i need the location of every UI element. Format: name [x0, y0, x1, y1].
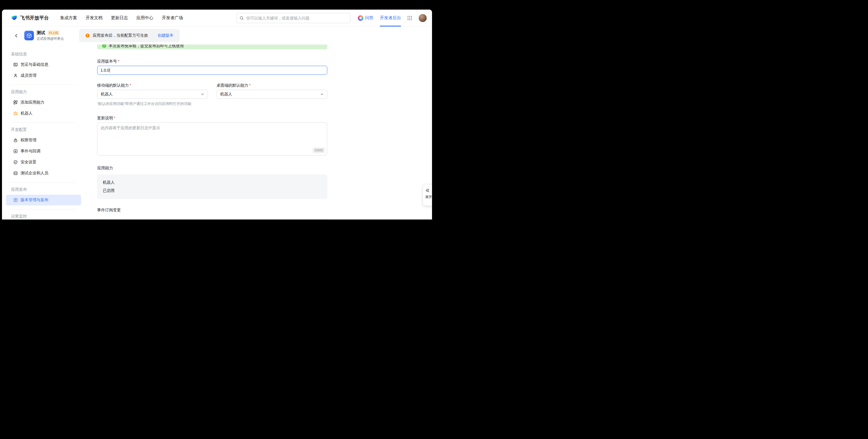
sidebar-divider [11, 182, 76, 182]
app-subtitle: 正式应用@环界云 [37, 36, 64, 41]
status-badge: 待上线 [48, 31, 60, 35]
mobile-capability-label: 移动端的默认能力* [97, 83, 208, 88]
sidebar-divider [11, 85, 76, 85]
text-caret [110, 68, 110, 72]
required-marker: * [130, 83, 131, 88]
content-area: 基础信息 凭证与基础信息 成员管理 应用能力 [2, 44, 432, 220]
capability-summary-box: 机器人 已启用 [97, 174, 327, 199]
nav-item-dev-plaza[interactable]: 开发者广场 [162, 15, 183, 21]
create-version-link[interactable]: 创建版本 [158, 33, 174, 38]
sidebar-item-credentials[interactable]: 凭证与基础信息 [6, 59, 81, 70]
capability-hint: “默认的应用功能”即用户通过工作台访问应用时打开的功能 [97, 101, 327, 106]
success-text: 本次发布免审核，提交发布后即可上线使用 [109, 44, 184, 48]
warning-icon [85, 33, 90, 38]
publish-alert-banner: 应用发布后，当前配置方可生效 创建版本 [79, 29, 180, 42]
permission-icon [13, 138, 18, 142]
required-marker: * [114, 116, 115, 121]
events-summary-box [97, 218, 327, 220]
top-navigation: 飞书开放平台 集成方案 开发文档 更新日志 应用中心 开发者广场 问答 开发者后… [2, 9, 432, 27]
sidebar-divider [11, 209, 76, 209]
primary-nav: 集成方案 开发文档 更新日志 应用中心 开发者广场 [60, 15, 183, 21]
sidebar-item-test-org[interactable]: 测试企业和人员 [6, 168, 81, 178]
sidebar-item-version-release[interactable]: 版本管理与发布 [6, 195, 81, 205]
version-label: 应用版本号* [97, 59, 327, 64]
events-section-heading: 事件订阅变更 [97, 208, 327, 213]
version-form: 本次发布免审核，提交发布后即可上线使用 应用版本号* 1.0.0 移动端的默认能… [97, 44, 327, 220]
qa-link[interactable]: 问答 [358, 15, 374, 21]
brand-title: 飞书开放平台 [20, 15, 49, 21]
chevron-left-icon [14, 34, 18, 38]
qa-label: 问答 [365, 15, 374, 21]
avatar[interactable] [418, 14, 427, 22]
nav-item-app-center[interactable]: 应用中心 [136, 15, 153, 21]
sidebar-section-basic-info: 基础信息 [11, 51, 81, 57]
robot-icon [13, 111, 18, 116]
success-banner: 本次发布免审核，提交发布后即可上线使用 [97, 44, 327, 49]
members-icon [13, 73, 18, 78]
default-capability-row: 移动端的默认能力* 机器人 桌面端的默认能力* 机器人 [97, 83, 327, 99]
capability-name: 机器人 [103, 180, 321, 185]
nav-item-changelog[interactable]: 更新日志 [111, 15, 128, 21]
search-input[interactable] [246, 16, 347, 20]
version-input[interactable]: 1.0.0 [97, 66, 327, 75]
sidebar-item-security[interactable]: 安全设置 [6, 157, 81, 168]
search-box[interactable] [236, 13, 350, 23]
expand-label: 展开 [425, 195, 432, 199]
required-marker: * [118, 59, 119, 64]
developer-console-tab[interactable]: 开发者后台 [380, 9, 401, 27]
sidebar-divider [11, 123, 76, 123]
app-header-bar: 测试 待上线 正式应用@环界云 应用发布后，当前配置方可生效 创建版本 [2, 27, 432, 44]
char-counter: 0/500 [313, 147, 325, 153]
brand[interactable]: 飞书开放平台 [10, 14, 49, 22]
required-marker: * [249, 83, 250, 88]
double-chevron-left-icon [425, 188, 430, 193]
event-callback-icon [13, 149, 18, 154]
app-meta: 测试 待上线 正式应用@环界云 [37, 30, 64, 41]
update-notes-label: 更新说明* [97, 116, 327, 121]
nav-item-integration[interactable]: 集成方案 [60, 15, 77, 21]
sidebar-item-permissions[interactable]: 权限管理 [6, 135, 81, 145]
sidebar-section-capabilities: 应用能力 [11, 89, 81, 95]
back-button[interactable] [14, 32, 19, 39]
sidebar: 基础信息 凭证与基础信息 成员管理 应用能力 [6, 44, 81, 220]
app-logo-icon [24, 31, 34, 40]
cube-icon [27, 33, 32, 38]
sidebar-section-dev-config: 开发配置 [11, 126, 81, 133]
search-icon [240, 16, 244, 20]
sidebar-item-add-capability[interactable]: 添加应用能力 [6, 97, 81, 108]
app-name: 测试 [37, 30, 45, 36]
qa-colorful-icon [358, 15, 364, 21]
success-check-icon [102, 44, 106, 48]
nav-item-docs[interactable]: 开发文档 [86, 15, 102, 21]
security-shield-icon [13, 160, 18, 165]
chevron-down-icon [201, 93, 204, 96]
capability-section-heading: 应用能力 [97, 166, 327, 171]
desktop-capability-select[interactable]: 机器人 [217, 90, 327, 99]
version-release-icon [13, 198, 18, 202]
chevron-down-icon [320, 93, 323, 96]
sidebar-item-members[interactable]: 成员管理 [6, 70, 81, 81]
alert-text: 应用发布后，当前配置方可生效 [93, 33, 148, 38]
mobile-capability-select[interactable]: 机器人 [97, 90, 208, 99]
sidebar-section-release: 应用发布 [11, 186, 81, 193]
add-capability-icon [13, 100, 18, 105]
apps-grid-icon[interactable] [407, 15, 412, 21]
desktop-capability-label: 桌面端的默认能力* [217, 83, 327, 88]
expand-panel-button[interactable]: 展开 [423, 185, 432, 206]
sidebar-item-robot[interactable]: 机器人 [6, 108, 81, 119]
credential-icon [13, 62, 18, 67]
nav-right-cluster: 问答 开发者后台 [358, 9, 427, 27]
update-notes-textarea[interactable] [97, 123, 327, 156]
sidebar-section-monitoring: 运营监控 [11, 213, 81, 219]
browser-window: 飞书开放平台 集成方案 开发文档 更新日志 应用中心 开发者广场 问答 开发者后… [2, 9, 432, 220]
test-org-icon [13, 171, 18, 175]
sidebar-item-events[interactable]: 事件与回调 [6, 146, 81, 157]
capability-status: 已启用 [103, 188, 321, 193]
feishu-logo-icon [10, 14, 18, 22]
update-notes-field: 0/500 [97, 123, 327, 156]
